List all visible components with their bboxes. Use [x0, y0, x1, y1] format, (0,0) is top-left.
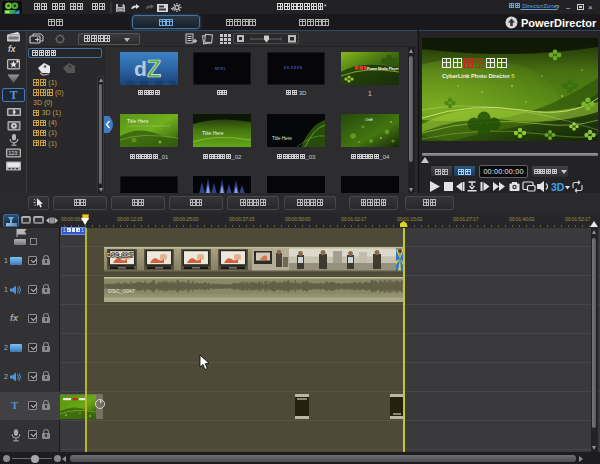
svg-text:Power Media Player: Power Media Player [367, 67, 399, 71]
svg-text:MY81: MY81 [215, 66, 226, 71]
svg-text:123: 123 [8, 150, 17, 156]
svg-text:Z: Z [147, 56, 161, 82]
svg-text:OnE: OnE [365, 117, 373, 122]
svg-text:Title Here: Title Here [272, 136, 292, 141]
svg-text:DSC_0047: DSC_0047 [107, 252, 134, 258]
svg-text:d: d [134, 57, 147, 80]
svg-text:Title Here: Title Here [127, 118, 149, 124]
svg-text:DSC_0047: DSC_0047 [108, 288, 135, 294]
svg-text:Title Here: Title Here [202, 130, 224, 136]
svg-text:8 8, 8 8 8 8: 8 8, 8 8 8 8 [284, 66, 302, 70]
svg-text:3D: 3D [551, 181, 565, 193]
